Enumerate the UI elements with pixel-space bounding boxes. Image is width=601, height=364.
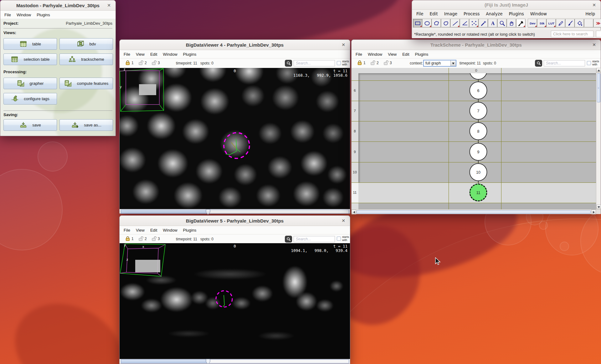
selected-spot-circle[interactable]: [213, 290, 239, 312]
tool-brush[interactable]: [565, 19, 575, 28]
imagej-search-input[interactable]: [551, 31, 593, 37]
lock-1-toggle[interactable]: 1: [125, 236, 134, 241]
tool-hand[interactable]: [507, 19, 516, 28]
scroll-down-button[interactable]: [596, 205, 601, 209]
menu-item-window[interactable]: Window: [160, 51, 180, 58]
slider-thumb[interactable]: [206, 209, 211, 215]
menu-item-window[interactable]: Window: [365, 51, 385, 58]
lock-2-toggle[interactable]: 2: [138, 60, 147, 65]
menu-item-view[interactable]: View: [133, 51, 147, 58]
menu-item-file[interactable]: File: [121, 227, 133, 234]
lock-3-toggle[interactable]: 3: [152, 60, 160, 65]
tool-fill[interactable]: [575, 19, 584, 28]
menu-item-file[interactable]: File: [413, 10, 427, 18]
lock-1-toggle[interactable]: 1: [125, 60, 134, 65]
spot-node-7[interactable]: 7: [470, 102, 487, 120]
tool-zoom[interactable]: [497, 19, 507, 28]
grapher-button[interactable]: grapher: [3, 78, 57, 89]
bdv5-titlebar[interactable]: BigDataViewer 5 - Parhyale_LimbDev_30tps…: [120, 216, 350, 226]
search-icon[interactable]: [535, 60, 542, 67]
tool-dropper[interactable]: [516, 19, 526, 28]
lock-2-toggle[interactable]: 2: [370, 60, 379, 65]
horizontal-scrollbar[interactable]: [352, 209, 596, 214]
starts-with-checkbox[interactable]: [587, 61, 591, 65]
menu-item-file[interactable]: File: [121, 51, 133, 58]
context-dropdown[interactable]: full graph: [423, 60, 456, 67]
scroll-right-button[interactable]: [591, 210, 596, 214]
menu-item-window[interactable]: Window: [527, 10, 550, 18]
menu-item-view[interactable]: View: [385, 51, 399, 58]
close-icon[interactable]: ✕: [591, 42, 597, 48]
scroll-left-button[interactable]: [352, 210, 356, 214]
menu-item-view[interactable]: View: [133, 227, 147, 234]
tool-dev[interactable]: Dev: [528, 19, 537, 28]
close-icon[interactable]: ✕: [591, 2, 597, 8]
menu-item-analyze[interactable]: Analyze: [483, 10, 506, 18]
trackscheme-graph[interactable]: 67891011 67891011 0: [352, 68, 596, 209]
menu-item-plugins[interactable]: Plugins: [506, 10, 527, 18]
starts-with-checkbox[interactable]: [337, 61, 341, 65]
lock-1-toggle[interactable]: 1: [357, 60, 366, 65]
search-input[interactable]: [294, 236, 335, 242]
selected-spot-circle[interactable]: [213, 131, 260, 166]
menu-item-edit[interactable]: Edit: [147, 227, 160, 234]
menu-item-plugins[interactable]: Plugins: [412, 51, 431, 58]
menu-item-window[interactable]: Window: [14, 11, 34, 18]
configure-tags-button[interactable]: configure tags: [3, 93, 57, 105]
spot-node-10[interactable]: 10: [470, 163, 487, 181]
search-input[interactable]: [544, 60, 585, 66]
lock-3-toggle[interactable]: 3: [152, 236, 160, 241]
scroll-up-button[interactable]: [596, 68, 601, 73]
tool-point[interactable]: [469, 19, 479, 28]
compute-features-button[interactable]: compute features: [59, 78, 113, 89]
tool-switch-toolsets[interactable]: ≫: [593, 19, 601, 28]
slider-thumb[interactable]: [206, 359, 211, 364]
menu-item-plugins[interactable]: Plugins: [180, 51, 199, 58]
spot-node-8[interactable]: 8: [470, 122, 487, 140]
tool-angle[interactable]: [460, 19, 469, 28]
spot-node-partial[interactable]: [470, 73, 487, 80]
bdv4-titlebar[interactable]: BigDataViewer 4 - Parhyale_LimbDev_30tps…: [120, 40, 350, 50]
tool-text[interactable]: A: [488, 19, 497, 28]
imagej-titlebar[interactable]: (Fiji Is Just) ImageJ ✕: [412, 0, 601, 10]
trackscheme-titlebar[interactable]: TrackScheme - Parhyale_LimbDev_30tps ✕: [352, 40, 601, 50]
spot-node-6[interactable]: 6: [470, 82, 487, 100]
lock-3-toggle[interactable]: 3: [383, 60, 392, 65]
menu-item-help[interactable]: Help: [582, 10, 598, 18]
save-button[interactable]: save: [3, 119, 57, 131]
search-input[interactable]: [294, 60, 335, 66]
tool-polygon[interactable]: [432, 19, 441, 28]
spot-node-11[interactable]: 11: [470, 184, 487, 202]
trackscheme-button[interactable]: trackscheme: [59, 54, 113, 65]
search-box[interactable]: [596, 31, 601, 37]
search-icon[interactable]: [285, 60, 292, 67]
bdv-button[interactable]: bdv: [59, 38, 113, 50]
menu-item-window[interactable]: Window: [160, 227, 180, 234]
menu-item-edit[interactable]: Edit: [399, 51, 412, 58]
bdv4-time-slider[interactable]: [121, 210, 349, 214]
starts-with-checkbox[interactable]: [337, 237, 341, 241]
vertical-scrollbar[interactable]: ≡: [596, 68, 601, 209]
mastodon-titlebar[interactable]: Mastodon - Parhyale_LimbDev_30tps ✕: [0, 0, 116, 11]
vertical-scrollbar-thumb[interactable]: ≡: [597, 73, 600, 102]
search-icon[interactable]: [285, 236, 292, 243]
bdv5-time-slider[interactable]: [121, 359, 349, 363]
tool-freehand[interactable]: [441, 19, 450, 28]
tool-stk[interactable]: Stk: [537, 19, 547, 28]
close-icon[interactable]: ✕: [340, 218, 347, 224]
close-icon[interactable]: ✕: [106, 2, 112, 8]
menu-item-plugins[interactable]: Plugins: [34, 11, 53, 18]
tool-pencil[interactable]: [556, 19, 565, 28]
tool-lut[interactable]: LUT: [547, 19, 556, 28]
tool-oval[interactable]: [422, 19, 432, 28]
tool-wand[interactable]: [479, 19, 488, 28]
menu-item-edit[interactable]: Edit: [427, 10, 441, 18]
spot-node-9[interactable]: 9: [470, 143, 487, 161]
menu-item-process[interactable]: Process: [460, 10, 483, 18]
selection-table-button[interactable]: selection table: [3, 54, 57, 65]
menu-item-file[interactable]: File: [2, 11, 14, 18]
tool-line[interactable]: [450, 19, 460, 28]
bdv4-viewport[interactable]: z y 0 t = 11 1168.3, 992.9, 1058.6: [120, 68, 350, 209]
menu-item-file[interactable]: File: [353, 51, 365, 58]
menu-item-plugins[interactable]: Plugins: [180, 227, 199, 234]
